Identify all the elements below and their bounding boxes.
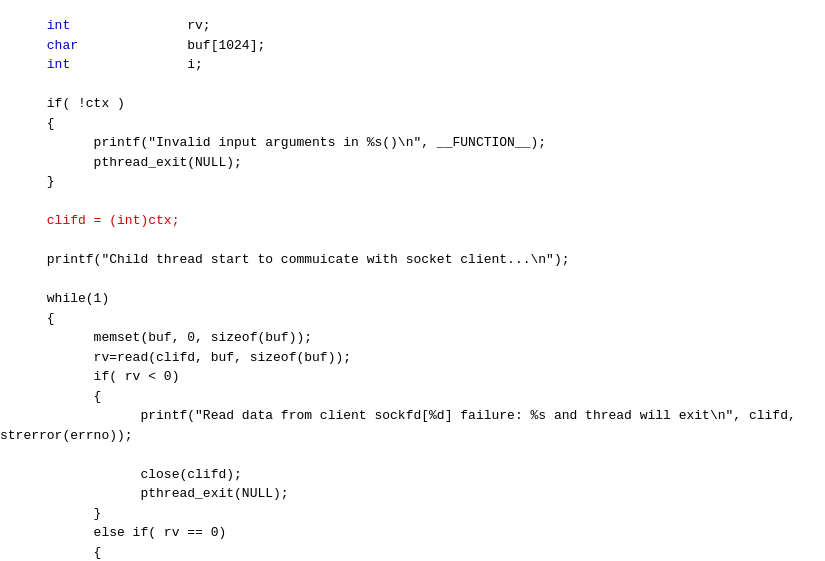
code-editor: int rv; char buf[1024]; int i; if( !ctx …	[0, 0, 825, 561]
